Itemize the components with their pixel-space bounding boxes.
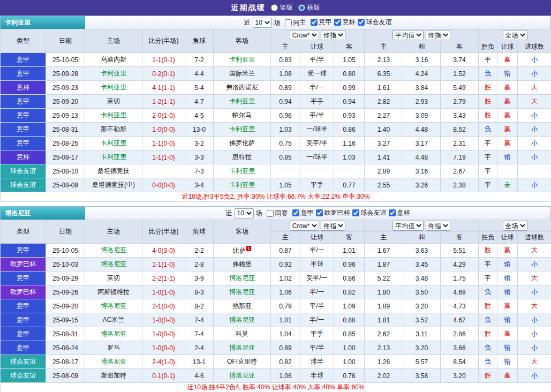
- team-name: 卡利亚里: [1, 16, 85, 29]
- home-odds-cell: 1.08: [271, 67, 300, 81]
- match-count-select[interactable]: 10: [253, 18, 272, 28]
- away-odds-cell: 1.09: [334, 299, 365, 313]
- away-team-cell[interactable]: 博洛尼亚: [214, 341, 271, 355]
- avg-stage-select[interactable]: 终指: [426, 30, 450, 40]
- handicap-cell: 半/一: [300, 244, 334, 258]
- home-team-cell[interactable]: 博洛尼亚: [85, 355, 142, 369]
- home-team-cell[interactable]: 卡利亚里: [85, 137, 142, 150]
- home-team-cell[interactable]: 乌迪内斯: [85, 53, 142, 67]
- away-team-cell[interactable]: 弗洛西诺尼: [214, 81, 271, 95]
- league-filter-checkbox[interactable]: [316, 209, 323, 216]
- same-home-checkbox[interactable]: [285, 19, 292, 26]
- away-team-cell[interactable]: OFI克里特: [214, 355, 271, 369]
- col-header-odds-away: 客: [334, 232, 365, 244]
- away-team-cell[interactable]: 佛罗伦萨: [214, 137, 271, 150]
- away-team-cell[interactable]: 博洛尼亚: [214, 285, 271, 299]
- home-team-cell[interactable]: 莱切: [85, 272, 142, 285]
- league-filter[interactable]: 球会友谊: [358, 18, 392, 27]
- odds-company-select[interactable]: Crow*: [290, 30, 319, 40]
- home-team-cell[interactable]: 博洛尼亚: [85, 327, 142, 341]
- away-team-cell[interactable]: 卡利亚里: [214, 164, 271, 178]
- home-team-cell[interactable]: AC米兰: [85, 313, 142, 327]
- away-team-cell[interactable]: 博洛尼亚: [214, 369, 271, 383]
- away-team-cell[interactable]: 卡利亚里: [214, 53, 271, 67]
- result-cell: 平: [479, 53, 497, 67]
- away-team-cell[interactable]: 热那亚: [214, 299, 271, 313]
- league-filter[interactable]: 球会友谊: [352, 208, 387, 217]
- result-cell: 平: [479, 258, 497, 272]
- home-team-cell[interactable]: 卡利亚里: [85, 150, 142, 164]
- col-header-type: 类型: [1, 220, 46, 244]
- handicap-result-cell: 赢: [497, 109, 518, 123]
- scope-select[interactable]: 全场: [503, 30, 527, 40]
- avg-away-cell: 5.49: [441, 81, 479, 95]
- home-team-cell[interactable]: 博洛尼亚: [85, 244, 142, 258]
- same-competition-filter[interactable]: 同赛: [267, 209, 288, 218]
- home-team-cell[interactable]: 阿斯顿维拉: [85, 285, 142, 299]
- layout-option-vertical[interactable]: 竖版: [271, 3, 293, 12]
- away-team-cell[interactable]: 卡利亚里: [214, 95, 271, 109]
- score-cell: [142, 164, 185, 178]
- league-filter-checkbox[interactable]: [358, 19, 365, 26]
- home-team-cell[interactable]: 博洛尼亚: [85, 299, 142, 313]
- avg-draw-cell: 3.16: [403, 164, 441, 178]
- home-team-cell[interactable]: 卡利亚里: [85, 67, 142, 81]
- date-cell: 25-08-25: [46, 137, 85, 150]
- home-team-cell[interactable]: 桑坦德竞技: [85, 164, 142, 178]
- handicap-result-cell: 输: [497, 355, 518, 369]
- league-filter[interactable]: 欧罗巴杯: [316, 208, 350, 217]
- handicap-result-cell: 赢: [497, 137, 518, 150]
- odds-stage-select[interactable]: 终指: [321, 30, 345, 40]
- home-team-cell[interactable]: 斯图加特: [85, 369, 142, 383]
- home-team-cell[interactable]: 桑坦德竞技(中): [85, 178, 142, 192]
- same-competition-checkbox[interactable]: [267, 210, 274, 217]
- league-type-cell: 意甲: [1, 299, 46, 313]
- same-home-filter[interactable]: 同主: [285, 18, 306, 27]
- home-team-cell[interactable]: 卡利亚里: [85, 81, 142, 95]
- league-filter[interactable]: 意甲: [311, 18, 332, 27]
- match-row: 意杯25-09-23卡利亚里4-1(1-1)5-4弗洛西诺尼0.89半/一0.9…: [1, 81, 551, 95]
- scope-select[interactable]: 全场: [503, 221, 527, 231]
- home-team-cell[interactable]: 博洛尼亚: [85, 258, 142, 272]
- layout-option-horizontal[interactable]: 横版: [298, 3, 320, 12]
- away-team-cell[interactable]: 卡利亚里: [214, 123, 271, 137]
- vertical-layout-radio[interactable]: [271, 4, 278, 11]
- avg-stage-select[interactable]: 终指: [426, 221, 450, 231]
- away-team-cell[interactable]: 恩特拉: [214, 150, 271, 164]
- away-team-cell[interactable]: 弗赖堡: [214, 258, 271, 272]
- home-odds-cell: 1.02: [271, 272, 300, 285]
- away-team-cell[interactable]: 比萨1: [214, 244, 271, 258]
- home-team-cell[interactable]: 莱切: [85, 95, 142, 109]
- avg-source-select[interactable]: 平均值: [393, 30, 424, 40]
- home-team-cell[interactable]: 那不勒斯: [85, 123, 142, 137]
- away-team-cell[interactable]: 帕尔马: [214, 109, 271, 123]
- away-team-cell[interactable]: 博洛尼亚: [214, 313, 271, 327]
- col-header-corner: 角球: [185, 29, 214, 53]
- away-team-cell[interactable]: 科莫: [214, 327, 271, 341]
- league-filter[interactable]: 意甲: [292, 208, 314, 217]
- horizontal-layout-radio[interactable]: [298, 4, 305, 11]
- league-filter-checkbox[interactable]: [311, 19, 318, 26]
- col-header-odds-handicap: 让球: [300, 41, 334, 53]
- league-filter[interactable]: 意杯: [334, 18, 356, 27]
- match-count-select[interactable]: 10: [235, 208, 254, 218]
- avg-away-cell: 4.29: [441, 258, 479, 272]
- league-filter[interactable]: 意杯: [389, 208, 410, 217]
- league-filter-checkbox[interactable]: [352, 209, 359, 216]
- avg-draw-cell: 4.48: [403, 123, 441, 137]
- league-filter-checkbox[interactable]: [292, 209, 299, 216]
- away-team-cell[interactable]: 博洛尼亚: [214, 272, 271, 285]
- away-team-cell[interactable]: 卡利亚里: [214, 178, 271, 192]
- avg-source-select[interactable]: 平均值: [393, 221, 424, 231]
- away-team-cell[interactable]: 国际米兰: [214, 67, 271, 81]
- home-team-cell[interactable]: 卡利亚里: [85, 109, 142, 123]
- odds-stage-select[interactable]: 终指: [321, 221, 345, 231]
- odds-company-select[interactable]: Crow*: [290, 221, 319, 231]
- avg-away-cell: 8.54: [441, 355, 479, 369]
- date-cell: 25-08-17: [46, 355, 85, 369]
- home-team-cell[interactable]: 罗马: [85, 341, 142, 355]
- avg-home-cell: 2.89: [365, 164, 403, 178]
- avg-away-cell: 5.51: [441, 244, 479, 258]
- league-filter-checkbox[interactable]: [334, 19, 341, 26]
- league-filter-checkbox[interactable]: [389, 209, 396, 216]
